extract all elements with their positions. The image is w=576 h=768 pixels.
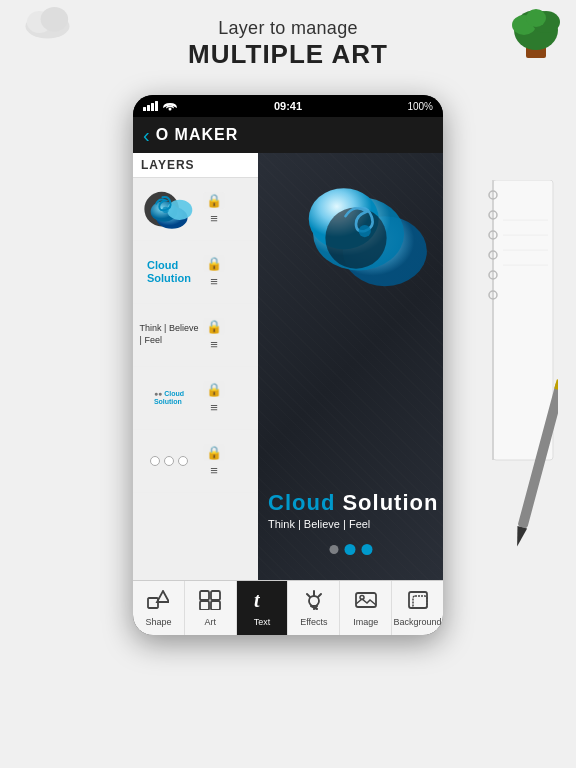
- toolbar-text[interactable]: t Text: [237, 581, 289, 635]
- signal-area: [143, 101, 177, 111]
- toolbar-background[interactable]: Background: [392, 581, 443, 635]
- svg-rect-11: [155, 101, 158, 111]
- app-title: O MAKER: [156, 126, 239, 144]
- toolbar-image[interactable]: Image: [340, 581, 392, 635]
- art-label: Art: [204, 617, 216, 627]
- layer-controls-1: 🔒 ≡: [203, 192, 225, 226]
- menu-icon-5[interactable]: ≡: [210, 463, 218, 478]
- svg-text:t: t: [254, 590, 261, 610]
- svg-rect-28: [211, 601, 220, 610]
- svg-rect-10: [151, 103, 154, 111]
- text-label: Text: [254, 617, 271, 627]
- svg-point-33: [309, 596, 319, 606]
- svg-rect-26: [211, 591, 220, 600]
- svg-line-31: [307, 594, 310, 597]
- layer-thumb-3: Think | Believe| Feel: [139, 310, 199, 360]
- layer-thumb-1: [139, 184, 199, 234]
- canvas-sub-text: Think | Believe | Feel: [268, 518, 443, 530]
- layer5-dots: [150, 456, 188, 466]
- svg-rect-8: [143, 107, 146, 111]
- layer2-text: CloudSolution: [147, 259, 191, 285]
- canvas-dot-1: [329, 545, 338, 554]
- canvas-text-cloud: Cloud: [268, 490, 335, 515]
- dot-2: [164, 456, 174, 466]
- svg-rect-23: [148, 598, 158, 608]
- layers-panel: LAYERS: [133, 153, 258, 580]
- layer-item-3[interactable]: Think | Believe| Feel 🔒 ≡: [133, 304, 258, 367]
- svg-point-7: [526, 9, 546, 27]
- layer-controls-5: 🔒 ≡: [203, 444, 225, 478]
- layer3-text: Think | Believe| Feel: [140, 323, 199, 346]
- svg-marker-53: [512, 526, 527, 548]
- layer-controls-4: 🔒 ≡: [203, 381, 225, 415]
- lock-icon-5[interactable]: 🔒: [203, 444, 225, 461]
- image-label: Image: [353, 617, 378, 627]
- phone-frame: 09:41 100% ‹ O MAKER LAYERS: [133, 95, 443, 635]
- canvas-cloud-icon: [293, 168, 433, 308]
- dot-3: [178, 456, 188, 466]
- toolbar-effects[interactable]: Effects: [288, 581, 340, 635]
- canvas-dot-3: [361, 544, 372, 555]
- svg-rect-27: [200, 601, 209, 610]
- layer-item-1[interactable]: 🔒 ≡: [133, 178, 258, 241]
- canvas-main-text: Cloud Solution: [268, 490, 443, 516]
- canvas-text-area: Cloud Solution Think | Believe | Feel: [268, 490, 443, 530]
- lock-icon-1[interactable]: 🔒: [203, 192, 225, 209]
- layer4-text: ●● CloudSolution: [154, 390, 184, 407]
- svg-point-22: [359, 225, 371, 237]
- back-button[interactable]: ‹: [143, 124, 150, 147]
- layers-header: LAYERS: [133, 153, 258, 178]
- app-content: LAYERS: [133, 153, 443, 580]
- svg-rect-25: [200, 591, 209, 600]
- effects-icon: [303, 590, 325, 615]
- svg-line-32: [318, 594, 321, 597]
- svg-rect-36: [356, 593, 376, 607]
- menu-icon-2[interactable]: ≡: [210, 274, 218, 289]
- lock-icon-2[interactable]: 🔒: [203, 255, 225, 272]
- menu-icon-1[interactable]: ≡: [210, 211, 218, 226]
- plant-decoration: [506, 0, 566, 60]
- text-icon: t: [251, 590, 273, 615]
- svg-rect-40: [493, 180, 553, 460]
- art-icon: [199, 590, 221, 615]
- canvas-page-dots: [329, 544, 372, 555]
- effects-label: Effects: [300, 617, 327, 627]
- app-header: ‹ O MAKER: [133, 117, 443, 153]
- battery-indicator: 100%: [407, 101, 433, 112]
- background-icon: [407, 590, 429, 615]
- layer-controls-3: 🔒 ≡: [203, 318, 225, 352]
- top-title: MULTIPLE ART: [10, 39, 566, 70]
- shape-label: Shape: [145, 617, 171, 627]
- status-bar: 09:41 100%: [133, 95, 443, 117]
- canvas-area[interactable]: Cloud Solution Think | Believe | Feel: [258, 153, 443, 580]
- lock-icon-4[interactable]: 🔒: [203, 381, 225, 398]
- canvas-dot-2: [344, 544, 355, 555]
- bottom-toolbar: Shape Art t Text: [133, 580, 443, 635]
- svg-point-12: [169, 108, 172, 111]
- svg-rect-38: [409, 592, 427, 608]
- layer-thumb-2: CloudSolution: [139, 247, 199, 297]
- image-icon: [355, 590, 377, 615]
- notebook-decoration: [488, 180, 558, 580]
- menu-icon-3[interactable]: ≡: [210, 337, 218, 352]
- layer-item-2[interactable]: CloudSolution 🔒 ≡: [133, 241, 258, 304]
- layer-item-4[interactable]: ●● CloudSolution 🔒 ≡: [133, 367, 258, 430]
- svg-point-21: [325, 207, 386, 268]
- svg-rect-39: [413, 596, 427, 608]
- layer-thumb-4: ●● CloudSolution: [139, 373, 199, 423]
- top-subtitle: Layer to manage: [10, 18, 566, 39]
- menu-icon-4[interactable]: ≡: [210, 400, 218, 415]
- layer-controls-2: 🔒 ≡: [203, 255, 225, 289]
- top-area: Layer to manage MULTIPLE ART: [0, 0, 576, 84]
- layer-item-5[interactable]: 🔒 ≡: [133, 430, 258, 493]
- svg-point-17: [162, 206, 168, 212]
- background-label: Background: [394, 617, 442, 627]
- svg-point-2: [41, 7, 69, 32]
- status-time: 09:41: [274, 100, 302, 112]
- canvas-text-solution: Solution: [335, 490, 438, 515]
- toolbar-shape[interactable]: Shape: [133, 581, 185, 635]
- toolbar-art[interactable]: Art: [185, 581, 237, 635]
- svg-marker-24: [157, 591, 169, 602]
- svg-rect-9: [147, 105, 150, 111]
- lock-icon-3[interactable]: 🔒: [203, 318, 225, 335]
